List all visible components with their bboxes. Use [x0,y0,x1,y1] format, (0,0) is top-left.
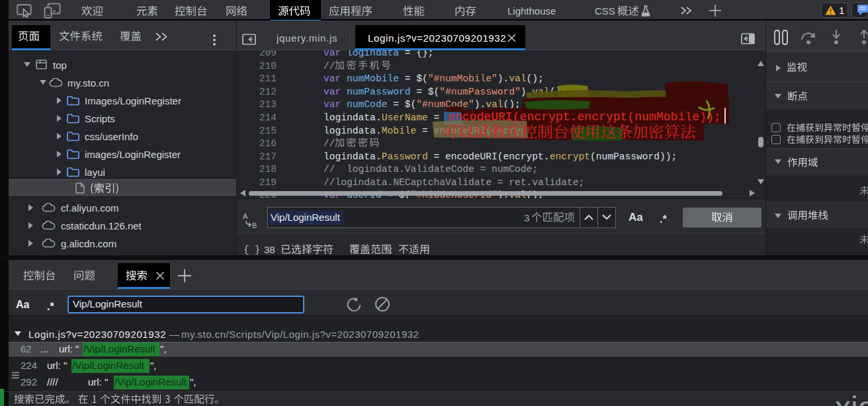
svg-text:B: B [252,222,257,229]
svg-text:A: A [243,212,248,220]
